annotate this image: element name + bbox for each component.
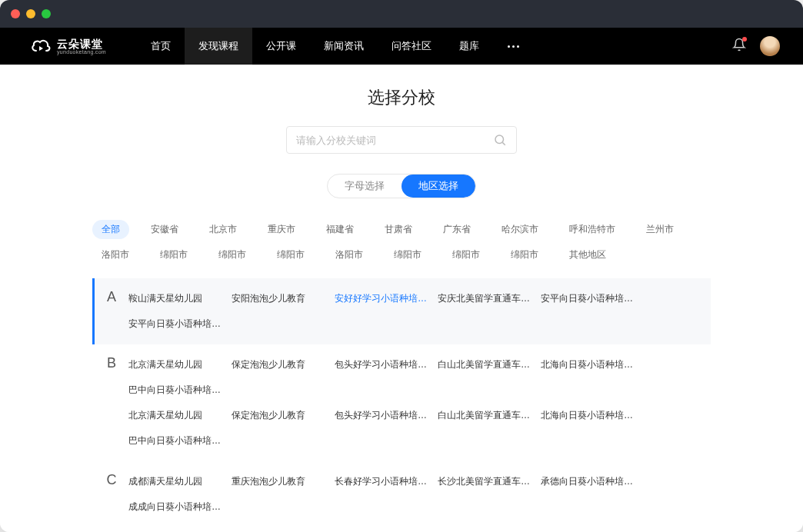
maximize-window-button[interactable] xyxy=(42,9,51,18)
letter-group: A鞍山满天星幼儿园安阳泡泡少儿教育安好好学习小语种培训班安庆北美留学直通车分校安… xyxy=(92,278,711,344)
letter-label: A xyxy=(95,278,128,344)
school-item[interactable]: 北京满天星幼儿园 xyxy=(128,403,228,428)
region-tag[interactable]: 安徽省 xyxy=(142,220,188,239)
letter-label: C xyxy=(95,461,128,527)
user-avatar[interactable] xyxy=(760,36,780,56)
nav-item[interactable]: 公开课 xyxy=(252,28,310,65)
region-tag[interactable]: 呼和浩特市 xyxy=(560,220,625,239)
letter-group: B北京满天星幼儿园保定泡泡少儿教育包头好学习小语种培训班白山北美留学直通车分校北… xyxy=(92,344,711,461)
school-item[interactable]: 包头好学习小语种培训班 xyxy=(335,352,435,377)
nav-item[interactable]: 发现课程 xyxy=(185,28,252,65)
cloud-logo-icon xyxy=(31,38,51,55)
school-item[interactable]: 包头好学习小语种培训班 xyxy=(335,403,435,428)
school-list: A鞍山满天星幼儿园安阳泡泡少儿教育安好好学习小语种培训班安庆北美留学直通车分校安… xyxy=(0,278,803,532)
school-item[interactable]: 白山北美留学直通车分校 xyxy=(438,403,538,428)
school-item[interactable]: 巴中向日葵小语种培训班 xyxy=(128,377,228,403)
nav-item[interactable]: 新闻资讯 xyxy=(310,28,378,65)
notification-badge xyxy=(742,37,747,42)
region-tag[interactable]: 重庆市 xyxy=(258,220,305,239)
region-filter: 全部安徽省北京市重庆市福建省甘肃省广东省哈尔滨市呼和浩特市兰州市洛阳市绵阳市绵阳… xyxy=(0,220,803,264)
nav-more-button[interactable] xyxy=(493,45,535,48)
search-input[interactable] xyxy=(296,135,493,146)
logo-title: 云朵课堂 xyxy=(57,38,106,49)
nav-menu: 首页发现课程公开课新闻资讯问答社区题库 xyxy=(137,28,493,65)
school-item[interactable]: 安庆北美留学直通车分校 xyxy=(438,286,538,311)
region-tag[interactable]: 广东省 xyxy=(434,220,480,239)
region-tag[interactable]: 哈尔滨市 xyxy=(492,220,548,239)
nav-item[interactable]: 首页 xyxy=(137,28,185,65)
school-item[interactable]: 长春好学习小语种培训班 xyxy=(335,469,435,494)
letter-group: C成都满天星幼儿园重庆泡泡少儿教育长春好学习小语种培训班长沙北美留学直通车分校承… xyxy=(92,461,711,527)
school-item[interactable]: 北京满天星幼儿园 xyxy=(128,352,228,377)
school-item[interactable]: 保定泡泡少儿教育 xyxy=(232,352,332,377)
region-tag[interactable]: 绵阳市 xyxy=(268,245,314,264)
toggle-option[interactable]: 地区选择 xyxy=(402,175,475,198)
region-tag[interactable]: 绵阳市 xyxy=(385,245,431,264)
school-item[interactable]: 北海向日葵小语种培训班 xyxy=(541,352,641,377)
app-window: 云朵课堂 yunduoketang.com 首页发现课程公开课新闻资讯问答社区题… xyxy=(0,0,803,532)
letter-label: D xyxy=(95,527,128,532)
close-window-button[interactable] xyxy=(11,9,20,18)
window-controls xyxy=(11,9,51,18)
region-tag[interactable]: 绵阳市 xyxy=(501,245,548,264)
top-navigation: 云朵课堂 yunduoketang.com 首页发现课程公开课新闻资讯问答社区题… xyxy=(0,28,803,65)
school-item[interactable]: 安阳泡泡少儿教育 xyxy=(232,286,332,311)
school-item[interactable]: 巴中向日葵小语种培训班 xyxy=(128,428,228,454)
school-item[interactable]: 北海向日葵小语种培训班 xyxy=(541,403,641,428)
filter-toggle: 字母选择地区选择 xyxy=(327,174,476,198)
region-tag[interactable]: 绵阳市 xyxy=(209,245,255,264)
school-item[interactable]: 安平向日葵小语种培训班 xyxy=(128,311,228,337)
logo-subtitle: yunduoketang.com xyxy=(57,49,106,55)
search-icon[interactable] xyxy=(493,133,507,147)
school-item[interactable]: 长沙北美留学直通车分校 xyxy=(438,469,538,494)
notifications-button[interactable] xyxy=(732,38,746,55)
school-item[interactable]: 成都满天星幼儿园 xyxy=(128,469,228,494)
nav-item[interactable]: 问答社区 xyxy=(378,28,445,65)
main-content: 选择分校 字母选择地区选择 全部安徽省北京市重庆市福建省甘肃省广东省哈尔滨市呼和… xyxy=(0,65,803,532)
school-item[interactable]: 鞍山满天星幼儿园 xyxy=(128,286,228,311)
search-box xyxy=(286,126,517,154)
school-item[interactable]: 成成向日葵小语种培训班 xyxy=(128,494,228,520)
region-tag[interactable]: 其他地区 xyxy=(560,245,615,264)
svg-line-1 xyxy=(502,142,505,145)
region-tag[interactable]: 绵阳市 xyxy=(151,245,197,264)
region-tag[interactable]: 福建省 xyxy=(317,220,363,239)
page-title: 选择分校 xyxy=(0,86,803,109)
letter-group: D大同满天星幼儿园丹东泡泡少儿教育大连好学习小语种培训班大洋北美留学直通车分校达… xyxy=(92,527,711,532)
region-tag[interactable]: 北京市 xyxy=(200,220,246,239)
school-item[interactable]: 白山北美留学直通车分校 xyxy=(438,352,538,377)
toggle-option[interactable]: 字母选择 xyxy=(328,175,402,198)
region-tag[interactable]: 洛阳市 xyxy=(92,245,138,264)
school-item[interactable]: 安好好学习小语种培训班 xyxy=(335,286,435,311)
school-item[interactable]: 重庆泡泡少儿教育 xyxy=(232,469,332,494)
region-tag[interactable]: 洛阳市 xyxy=(326,245,372,264)
mac-titlebar xyxy=(0,0,803,28)
region-tag[interactable]: 甘肃省 xyxy=(375,220,421,239)
school-item[interactable]: 保定泡泡少儿教育 xyxy=(232,403,332,428)
minimize-window-button[interactable] xyxy=(26,9,35,18)
region-tag[interactable]: 兰州市 xyxy=(637,220,683,239)
logo[interactable]: 云朵课堂 yunduoketang.com xyxy=(31,38,106,55)
school-item[interactable]: 安平向日葵小语种培训班 xyxy=(541,286,641,311)
svg-point-0 xyxy=(495,135,504,144)
school-item[interactable]: 承德向日葵小语种培训班 xyxy=(541,469,641,494)
letter-label: B xyxy=(95,344,128,461)
region-tag[interactable]: 全部 xyxy=(92,220,129,239)
region-tag[interactable]: 绵阳市 xyxy=(443,245,489,264)
nav-item[interactable]: 题库 xyxy=(445,28,493,65)
